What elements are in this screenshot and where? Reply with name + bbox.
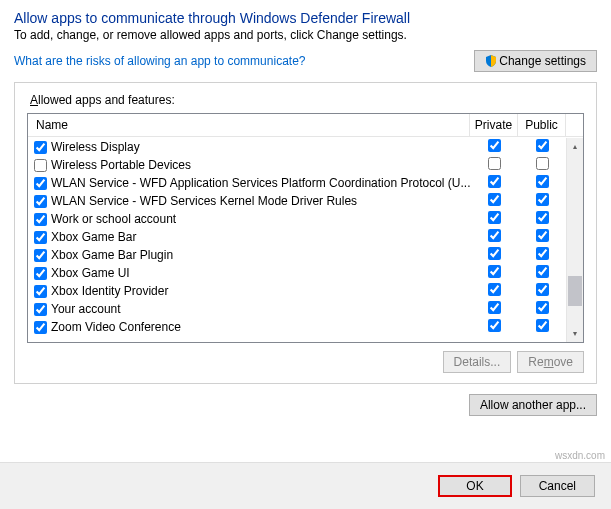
table-row[interactable]: Zoom Video Conference	[28, 318, 566, 336]
change-settings-label: Change settings	[499, 54, 586, 68]
private-checkbox[interactable]	[488, 265, 501, 278]
app-enabled-checkbox[interactable]	[34, 195, 47, 208]
column-name[interactable]: Name	[28, 114, 470, 136]
table-row[interactable]: Work or school account	[28, 210, 566, 228]
page-title: Allow apps to communicate through Window…	[14, 10, 597, 26]
column-public[interactable]: Public	[518, 114, 566, 136]
private-checkbox[interactable]	[488, 319, 501, 332]
app-enabled-checkbox[interactable]	[34, 231, 47, 244]
app-enabled-checkbox[interactable]	[34, 177, 47, 190]
private-checkbox[interactable]	[488, 301, 501, 314]
app-name: Work or school account	[51, 212, 176, 226]
cancel-button[interactable]: Cancel	[520, 475, 595, 497]
private-checkbox[interactable]	[488, 139, 501, 152]
public-checkbox[interactable]	[536, 247, 549, 260]
table-row[interactable]: Wireless Display	[28, 138, 566, 156]
public-checkbox[interactable]	[536, 319, 549, 332]
app-name: Xbox Game Bar	[51, 230, 136, 244]
private-checkbox[interactable]	[488, 193, 501, 206]
public-checkbox[interactable]	[536, 301, 549, 314]
table-row[interactable]: WLAN Service - WFD Services Kernel Mode …	[28, 192, 566, 210]
column-private[interactable]: Private	[470, 114, 518, 136]
details-button[interactable]: Details...	[443, 351, 512, 373]
app-name: Xbox Game Bar Plugin	[51, 248, 173, 262]
page-subtitle: To add, change, or remove allowed apps a…	[14, 28, 597, 42]
allow-another-app-button[interactable]: Allow another app...	[469, 394, 597, 416]
remove-label: Remove	[528, 355, 573, 369]
risks-link[interactable]: What are the risks of allowing an app to…	[14, 54, 305, 68]
app-enabled-checkbox[interactable]	[34, 267, 47, 280]
public-checkbox[interactable]	[536, 265, 549, 278]
ok-button[interactable]: OK	[438, 475, 511, 497]
app-enabled-checkbox[interactable]	[34, 249, 47, 262]
public-checkbox[interactable]	[536, 157, 549, 170]
app-enabled-checkbox[interactable]	[34, 141, 47, 154]
scroll-track[interactable]	[567, 155, 583, 325]
table-row[interactable]: Xbox Game Bar	[28, 228, 566, 246]
app-enabled-checkbox[interactable]	[34, 303, 47, 316]
app-name: Xbox Game UI	[51, 266, 130, 280]
app-name: Wireless Display	[51, 140, 140, 154]
apps-listbox: Name Private Public Wireless Display Wir…	[27, 113, 584, 343]
group-label: Allowed apps and features:	[27, 93, 178, 107]
shield-icon	[485, 55, 497, 67]
table-row[interactable]: WLAN Service - WFD Application Services …	[28, 174, 566, 192]
app-name: WLAN Service - WFD Application Services …	[51, 176, 470, 190]
app-enabled-checkbox[interactable]	[34, 159, 47, 172]
app-name: Zoom Video Conference	[51, 320, 181, 334]
private-checkbox[interactable]	[488, 157, 501, 170]
app-name: Xbox Identity Provider	[51, 284, 168, 298]
scrollbar[interactable]: ▴ ▾	[566, 138, 583, 342]
app-enabled-checkbox[interactable]	[34, 285, 47, 298]
public-checkbox[interactable]	[536, 211, 549, 224]
app-name: Wireless Portable Devices	[51, 158, 191, 172]
table-row[interactable]: Xbox Game UI	[28, 264, 566, 282]
private-checkbox[interactable]	[488, 283, 501, 296]
public-checkbox[interactable]	[536, 193, 549, 206]
app-enabled-checkbox[interactable]	[34, 213, 47, 226]
list-header: Name Private Public	[28, 114, 583, 137]
public-checkbox[interactable]	[536, 229, 549, 242]
table-row[interactable]: Wireless Portable Devices	[28, 156, 566, 174]
table-row[interactable]: Xbox Identity Provider	[28, 282, 566, 300]
scroll-down-icon[interactable]: ▾	[567, 325, 583, 342]
allowed-apps-group: Allowed apps and features: Name Private …	[14, 82, 597, 384]
list-body: Wireless Display Wireless Portable Devic…	[28, 138, 566, 342]
public-checkbox[interactable]	[536, 175, 549, 188]
app-enabled-checkbox[interactable]	[34, 321, 47, 334]
scroll-thumb[interactable]	[568, 276, 582, 306]
private-checkbox[interactable]	[488, 247, 501, 260]
private-checkbox[interactable]	[488, 175, 501, 188]
table-row[interactable]: Xbox Game Bar Plugin	[28, 246, 566, 264]
change-settings-button[interactable]: Change settings	[474, 50, 597, 72]
scroll-up-icon[interactable]: ▴	[567, 138, 583, 155]
watermark: wsxdn.com	[555, 450, 605, 461]
private-checkbox[interactable]	[488, 229, 501, 242]
app-name: Your account	[51, 302, 121, 316]
private-checkbox[interactable]	[488, 211, 501, 224]
public-checkbox[interactable]	[536, 283, 549, 296]
dialog-footer: OK Cancel	[0, 462, 611, 509]
table-row[interactable]: Your account	[28, 300, 566, 318]
remove-button[interactable]: Remove	[517, 351, 584, 373]
app-name: WLAN Service - WFD Services Kernel Mode …	[51, 194, 357, 208]
public-checkbox[interactable]	[536, 139, 549, 152]
